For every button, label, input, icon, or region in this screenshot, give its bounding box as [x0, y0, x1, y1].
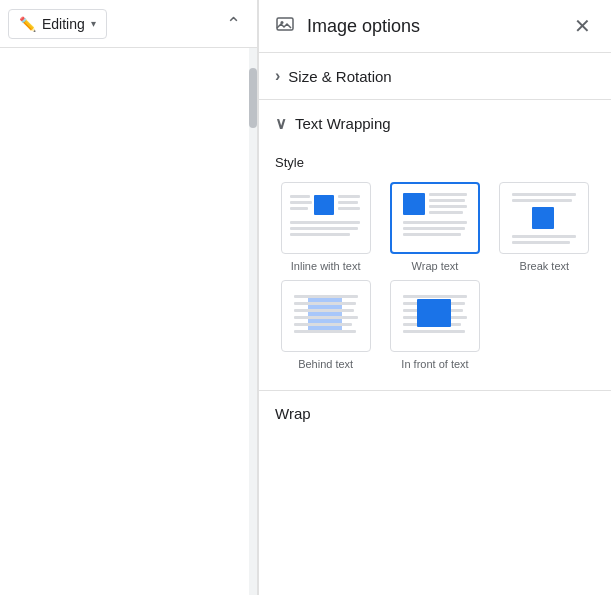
style-grid-bottom: Behind text [275, 280, 595, 370]
svg-rect-30 [294, 323, 352, 326]
wrap-thumbnail [390, 182, 480, 254]
wrap-caption: Wrap text [412, 260, 459, 272]
size-rotation-section: › Size & Rotation [259, 53, 611, 100]
svg-rect-6 [338, 195, 360, 198]
inline-thumbnail [281, 182, 371, 254]
collapse-button[interactable]: ⌃ [218, 9, 249, 39]
dropdown-chevron-icon: ▾ [91, 18, 96, 29]
editing-label: Editing [42, 16, 85, 32]
behind-text-option[interactable]: Behind text [275, 280, 376, 370]
svg-rect-22 [532, 207, 554, 229]
style-grid-top: Inline with text [275, 182, 595, 272]
image-panel-icon [275, 14, 295, 39]
style-label: Style [275, 155, 595, 170]
svg-rect-9 [290, 221, 360, 224]
svg-rect-26 [294, 295, 358, 298]
size-rotation-title: Size & Rotation [288, 68, 391, 85]
svg-rect-14 [429, 199, 465, 202]
svg-rect-2 [290, 195, 310, 198]
svg-rect-18 [403, 227, 465, 230]
toolbar: ✏️ Editing ▾ ⌃ [0, 0, 257, 48]
inline-caption: Inline with text [291, 260, 361, 272]
break-thumbnail [499, 182, 589, 254]
text-wrapping-header[interactable]: ∨ Text Wrapping [259, 100, 611, 147]
svg-rect-12 [403, 193, 425, 215]
svg-rect-3 [290, 201, 312, 204]
front-caption: In front of text [401, 358, 468, 370]
svg-rect-38 [417, 299, 451, 327]
svg-rect-23 [512, 235, 576, 238]
editing-button[interactable]: ✏️ Editing ▾ [8, 9, 107, 39]
empty-cell [494, 280, 595, 370]
svg-rect-7 [338, 201, 358, 204]
text-wrapping-title: Text Wrapping [295, 115, 391, 132]
front-thumbnail [390, 280, 480, 352]
size-rotation-header[interactable]: › Size & Rotation [259, 53, 611, 99]
pencil-icon: ✏️ [19, 16, 36, 32]
svg-rect-17 [403, 221, 467, 224]
left-panel: ✏️ Editing ▾ ⌃ [0, 0, 258, 595]
svg-rect-16 [429, 211, 463, 214]
svg-rect-27 [294, 302, 356, 305]
scrollbar-thumb [249, 68, 257, 128]
svg-rect-31 [294, 330, 356, 333]
svg-rect-4 [290, 207, 308, 210]
inline-with-text-option[interactable]: Inline with text [275, 182, 376, 272]
panel-header: Image options ✕ [259, 0, 611, 53]
svg-rect-15 [429, 205, 467, 208]
close-button[interactable]: ✕ [570, 12, 595, 40]
break-text-option[interactable]: Break text [494, 182, 595, 272]
svg-rect-8 [338, 207, 360, 210]
front-text-option[interactable]: In front of text [384, 280, 485, 370]
document-area [0, 48, 257, 595]
svg-rect-5 [314, 195, 334, 215]
size-rotation-chevron-icon: › [275, 67, 280, 85]
behind-caption: Behind text [298, 358, 353, 370]
svg-rect-28 [294, 309, 354, 312]
image-options-panel: Image options ✕ › Size & Rotation ∨ Text… [258, 0, 611, 595]
text-wrapping-section: ∨ Text Wrapping Style [259, 100, 611, 391]
svg-rect-24 [512, 241, 570, 244]
behind-thumbnail [281, 280, 371, 352]
scrollbar[interactable] [249, 48, 257, 595]
wrap-text-option[interactable]: Wrap text [384, 182, 485, 272]
panel-title: Image options [307, 16, 558, 37]
wrap-label: Wrap [259, 391, 611, 422]
collapse-icon: ⌃ [226, 14, 241, 34]
break-caption: Break text [520, 260, 570, 272]
svg-rect-10 [290, 227, 358, 230]
svg-rect-13 [429, 193, 467, 196]
svg-rect-29 [294, 316, 358, 319]
svg-rect-20 [512, 193, 576, 196]
text-wrapping-chevron-icon: ∨ [275, 114, 287, 133]
svg-rect-11 [290, 233, 350, 236]
svg-rect-37 [403, 330, 465, 333]
text-wrapping-content: Style [259, 147, 611, 390]
svg-rect-19 [403, 233, 461, 236]
close-icon: ✕ [574, 15, 591, 37]
svg-rect-21 [512, 199, 572, 202]
svg-rect-32 [403, 295, 467, 298]
